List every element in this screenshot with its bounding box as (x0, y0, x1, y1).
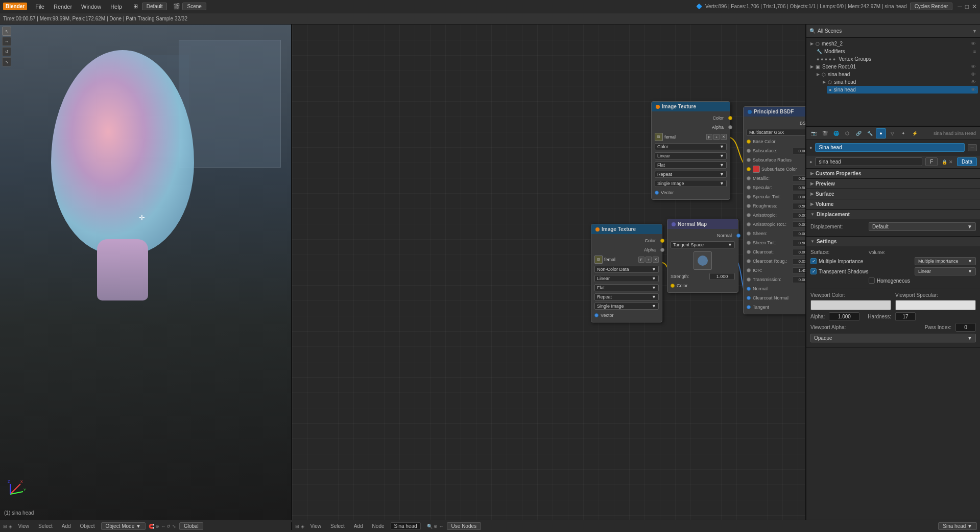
node-view-btn[interactable]: View (307, 523, 325, 529)
projection-dropdown-1[interactable]: Flat▼ (655, 161, 727, 169)
prop-tool-constraints[interactable]: 🔗 (853, 128, 864, 138)
hierarchy-item-sceneroot[interactable]: ▶ ▣ Scene Root.01 👁 (808, 63, 978, 71)
menu-file[interactable]: File (31, 3, 49, 11)
viewport-color-swatch[interactable] (810, 300, 891, 310)
specular-field[interactable]: 0.500 (792, 184, 806, 191)
pass-index-value[interactable]: 0 (955, 323, 976, 332)
tool-scale[interactable]: ⤡ (2, 57, 11, 66)
h-eye-sinahead3[interactable]: 👁 (971, 87, 976, 92)
section-header-preview[interactable]: ▶ Preview (806, 179, 980, 189)
socket-in-subsurface[interactable] (747, 149, 751, 153)
socket-in-normal[interactable] (747, 287, 751, 291)
socket-in-metallic[interactable] (747, 176, 751, 180)
socket-in-clearcoat-normal[interactable] (747, 296, 751, 300)
object-btn[interactable]: Object (77, 523, 98, 529)
hierarchy-item-vertex[interactable]: ● ● ● ● ● Vertex Groups (815, 55, 978, 63)
workspace-selector[interactable]: Default (142, 3, 168, 10)
section-header-displacement[interactable]: ▼ Displacement (806, 210, 980, 219)
node-node-btn[interactable]: Node (369, 523, 388, 529)
transmission-field[interactable]: 0.000 (792, 276, 806, 283)
socket-in-clearcoat[interactable] (747, 250, 751, 254)
socket-in-vector-1[interactable] (655, 191, 659, 195)
img-btn-new-2[interactable]: + (646, 257, 652, 263)
window-close[interactable]: ✕ (972, 3, 977, 10)
img-btn-x-2[interactable]: ✕ (653, 257, 659, 263)
checkbox-ts[interactable]: ✓ (810, 268, 817, 274)
h-eye-sinahead1[interactable]: 👁 (971, 72, 976, 77)
projection-dropdown-2[interactable]: Flat▼ (594, 284, 659, 291)
extension-dropdown-2[interactable]: Repeat▼ (594, 293, 659, 300)
viewport-specular-swatch[interactable] (895, 300, 976, 310)
roughness-field[interactable]: 0.500 (792, 203, 806, 210)
socket-in-sheen[interactable] (747, 232, 751, 236)
section-header-settings[interactable]: ▼ Settings (806, 237, 980, 246)
add-btn[interactable]: Add (59, 523, 74, 529)
socket-in-sheen-tint[interactable] (747, 241, 751, 245)
hierarchy-item-sinahead3[interactable]: ● sina head 👁 (827, 86, 978, 94)
multiple-importance-checkbox[interactable]: ✓ Multiple Importance (810, 258, 863, 264)
socket-in-roughness[interactable] (747, 204, 751, 208)
object-name-btn[interactable]: Sina head ▼ (938, 522, 977, 530)
mode-selector[interactable]: Object Mode ▼ (101, 522, 146, 530)
h-eye-sceneroot[interactable]: 👁 (971, 64, 976, 70)
hierarchy-item-mesh2[interactable]: ▶ ⬡ mesh2_2 👁 (808, 40, 978, 48)
interpolation-dropdown-1[interactable]: Linear▼ (655, 152, 727, 159)
material-name-input[interactable] (815, 143, 964, 152)
h-eye-sinahead2[interactable]: 👁 (971, 79, 976, 85)
extension-dropdown-1[interactable]: Repeat▼ (655, 171, 727, 178)
prop-tool-scene[interactable]: 🎬 (820, 128, 830, 138)
subsurface-color-swatch[interactable] (753, 166, 760, 173)
hardness-value[interactable]: 17 (895, 312, 916, 321)
tool-rotate[interactable]: ↺ (2, 47, 11, 56)
img-btn-f-2[interactable]: F (638, 257, 644, 263)
clearcoat-field[interactable]: 0.000 (792, 249, 806, 256)
select-btn[interactable]: Select (35, 523, 56, 529)
prop-tool-render[interactable]: 📷 (808, 128, 819, 138)
hierarchy-scene-selector[interactable]: ▼ (972, 29, 977, 34)
socket-in-tangent[interactable] (747, 305, 751, 309)
volume-mode-dropdown[interactable]: Multiple Importance ▼ (915, 257, 976, 265)
prop-tool-particles[interactable]: ✦ (898, 128, 909, 138)
menu-window[interactable]: Window (77, 3, 105, 11)
socket-in-anisotropic[interactable] (747, 213, 751, 217)
window-maximize[interactable]: □ (965, 3, 969, 10)
socket-in-clearcoat-roug[interactable] (747, 259, 751, 263)
mat-f-btn[interactable]: F (925, 157, 938, 166)
renderer-selector[interactable]: Cycles Render (910, 3, 953, 10)
prop-tool-modifier[interactable]: 🔧 (865, 128, 875, 138)
homogeneous-checkbox[interactable]: Homogeneous (869, 277, 910, 284)
socket-in-ior[interactable] (747, 268, 751, 272)
specular-tint-field[interactable]: 0.000 (792, 194, 806, 200)
displacement-dropdown[interactable]: Default ▼ (869, 222, 976, 231)
use-nodes-btn[interactable]: Use Nodes (447, 522, 481, 530)
socket-in-subsurface-radius[interactable] (747, 158, 751, 162)
socket-in-anisotropic-rot[interactable] (747, 222, 751, 226)
socket-in-vector-2[interactable] (594, 313, 599, 317)
prop-tool-physics[interactable]: ⚡ (910, 128, 920, 138)
transparent-mode-dropdown[interactable]: Linear ▼ (915, 267, 976, 275)
sheen-tint-field[interactable]: 0.500 (792, 240, 806, 246)
metallic-field[interactable]: 0.000 (792, 175, 806, 182)
socket-out-color-2[interactable] (660, 239, 664, 243)
tool-move[interactable]: ↔ (2, 37, 11, 46)
anisotropic-field[interactable]: 0.000 (792, 212, 806, 219)
node-select-btn[interactable]: Select (327, 523, 348, 529)
section-header-surface[interactable]: ▶ Surface (806, 189, 980, 199)
checkbox-mi[interactable]: ✓ (810, 258, 817, 264)
window-minimize[interactable]: ─ (958, 3, 962, 10)
subsurface-field[interactable]: 0.000 (792, 148, 806, 154)
checkbox-hom[interactable] (869, 277, 875, 284)
hierarchy-item-modifiers[interactable]: 🔧 Modifiers ≡ (815, 48, 978, 55)
distribution-dropdown[interactable]: Multiscatter GGX▼ (747, 129, 806, 136)
img-btn-f-1[interactable]: F (706, 134, 712, 140)
hierarchy-item-sinahead2[interactable]: ▶ ⬡ sina head 👁 (821, 78, 978, 86)
blender-logo[interactable]: Blender (3, 3, 27, 10)
socket-in-transmission[interactable] (747, 277, 751, 282)
color-space-dropdown-2[interactable]: Non-Color Data▼ (594, 266, 659, 273)
interpolation-dropdown-2[interactable]: Linear▼ (594, 275, 659, 282)
section-header-custom[interactable]: ▶ Custom Properties (806, 169, 980, 178)
color-space-dropdown-1[interactable]: Color▼ (655, 143, 727, 150)
socket-out-color-1[interactable] (728, 116, 732, 120)
prop-tool-material[interactable]: ● (876, 128, 886, 138)
hierarchy-item-sinahead1[interactable]: ▶ ⬡ sina head 👁 (815, 71, 978, 78)
